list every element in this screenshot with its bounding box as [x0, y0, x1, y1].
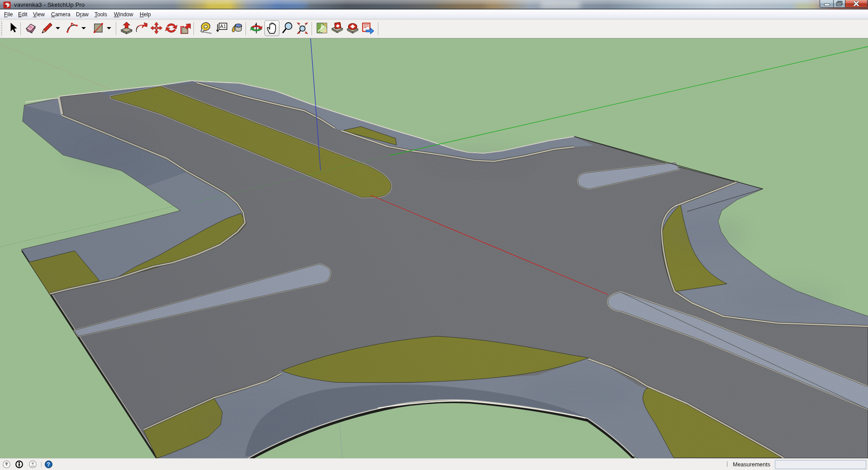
svg-text:?: ? [47, 461, 50, 468]
svg-text:A1: A1 [220, 24, 226, 29]
